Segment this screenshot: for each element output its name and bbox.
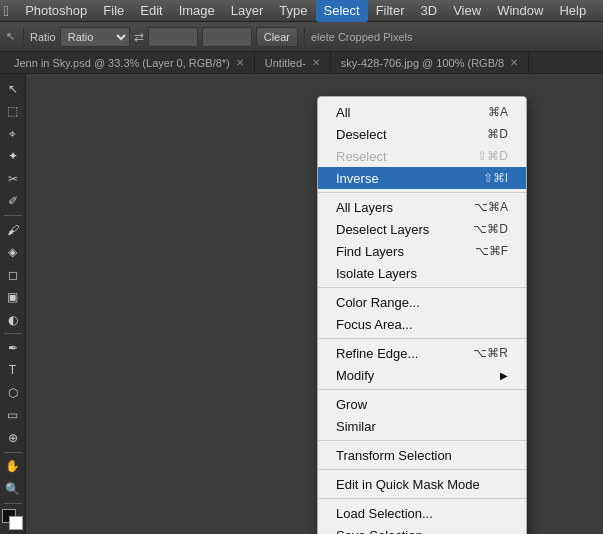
menu-item-similar-label: Similar (336, 419, 376, 434)
tool-separator-4 (4, 503, 22, 504)
height-input[interactable] (202, 27, 252, 47)
menu-item-color-range[interactable]: Color Range... (318, 291, 526, 313)
dd-separator-5 (318, 440, 526, 441)
menu-item-all-layers-shortcut: ⌥⌘A (474, 200, 508, 214)
tab-sky[interactable]: sky-428-706.jpg @ 100% (RGB/8 ✕ (331, 52, 529, 73)
ratio-select[interactable]: Ratio (60, 27, 130, 47)
dd-separator-1 (318, 192, 526, 193)
menu-window[interactable]: Window (489, 0, 551, 22)
menu-item-deselect-label: Deselect (336, 127, 387, 142)
menu-help[interactable]: Help (551, 0, 594, 22)
tab-untitled[interactable]: Untitled- ✕ (255, 52, 331, 73)
menu-image[interactable]: Image (171, 0, 223, 22)
menu-item-reselect-shortcut: ⇧⌘D (477, 149, 508, 163)
tool-quick-select[interactable]: ✦ (2, 145, 24, 166)
menu-item-refine-edge-shortcut: ⌥⌘R (473, 346, 508, 360)
menu-filter[interactable]: Filter (368, 0, 413, 22)
menu-item-grow-label: Grow (336, 397, 367, 412)
dd-separator-6 (318, 469, 526, 470)
menu-item-modify[interactable]: Modify ▶ (318, 364, 526, 386)
left-toolpanel: ↖ ⬚ ⌖ ✦ ✂ ✐ 🖌 ◈ ◻ ▣ ◐ ✒ T ⬡ ▭ ⊕ ✋ 🔍 (0, 74, 26, 534)
menu-item-find-layers[interactable]: Find Layers ⌥⌘F (318, 240, 526, 262)
tool-separator-2 (4, 333, 22, 334)
menu-item-quick-mask-label: Edit in Quick Mask Mode (336, 477, 480, 492)
menu-item-refine-edge-label: Refine Edge... (336, 346, 418, 361)
modify-arrow-icon: ▶ (500, 370, 508, 381)
menu-item-isolate-layers-label: Isolate Layers (336, 266, 417, 281)
menu-item-reselect[interactable]: Reselect ⇧⌘D (318, 145, 526, 167)
tab-sky-close[interactable]: ✕ (510, 57, 518, 68)
tool-marquee[interactable]: ⬚ (2, 100, 24, 121)
tool-dodge[interactable]: ◐ (2, 309, 24, 330)
tool-gradient[interactable]: ▣ (2, 286, 24, 307)
select-menu-dropdown: All ⌘A Deselect ⌘D Reselect ⇧⌘D Inverse … (317, 96, 527, 534)
swap-icon: ⇄ (134, 30, 144, 44)
menu-item-reselect-label: Reselect (336, 149, 387, 164)
width-input[interactable] (148, 27, 198, 47)
menu-item-deselect-layers-label: Deselect Layers (336, 222, 429, 237)
menu-item-deselect-shortcut: ⌘D (487, 127, 508, 141)
menu-item-quick-mask[interactable]: Edit in Quick Mask Mode (318, 473, 526, 495)
menu-item-deselect-layers-shortcut: ⌥⌘D (473, 222, 508, 236)
tool-eraser[interactable]: ◻ (2, 264, 24, 285)
tabs-row: Jenn in Sky.psd @ 33.3% (Layer 0, RGB/8*… (0, 52, 603, 74)
tool-3d[interactable]: ⊕ (2, 427, 24, 448)
tab-jenn-label: Jenn in Sky.psd @ 33.3% (Layer 0, RGB/8*… (14, 57, 230, 69)
tool-pen[interactable]: ✒ (2, 337, 24, 358)
tool-shape[interactable]: ▭ (2, 405, 24, 426)
tool-separator-1 (4, 215, 22, 216)
menu-item-find-layers-label: Find Layers (336, 244, 404, 259)
tool-eyedropper[interactable]: ✐ (2, 190, 24, 211)
color-swatches[interactable] (2, 509, 24, 530)
tab-jenn-close[interactable]: ✕ (236, 57, 244, 68)
menu-file[interactable]: File (95, 0, 132, 22)
menu-item-color-range-label: Color Range... (336, 295, 420, 310)
delete-cropped-label: elete Cropped Pixels (311, 31, 413, 43)
menu-3d[interactable]: 3D (413, 0, 446, 22)
menu-photoshop[interactable]: Photoshop (17, 0, 95, 22)
menu-item-all-label: All (336, 105, 350, 120)
menu-type[interactable]: Type (271, 0, 315, 22)
tool-text[interactable]: T (2, 360, 24, 381)
menu-item-focus-area-label: Focus Area... (336, 317, 413, 332)
menu-item-grow[interactable]: Grow (318, 393, 526, 415)
menu-item-focus-area[interactable]: Focus Area... (318, 313, 526, 335)
menu-item-transform-selection[interactable]: Transform Selection (318, 444, 526, 466)
menu-item-refine-edge[interactable]: Refine Edge... ⌥⌘R (318, 342, 526, 364)
menu-item-deselect-layers[interactable]: Deselect Layers ⌥⌘D (318, 218, 526, 240)
menu-item-all-layers[interactable]: All Layers ⌥⌘A (318, 196, 526, 218)
tool-crop[interactable]: ✂ (2, 168, 24, 189)
tool-move[interactable]: ↖ (2, 78, 24, 99)
menu-item-isolate-layers[interactable]: Isolate Layers (318, 262, 526, 284)
clear-button[interactable]: Clear (256, 27, 298, 47)
tool-lasso[interactable]: ⌖ (2, 123, 24, 144)
menu-bar:  Photoshop File Edit Image Layer Type S… (0, 0, 603, 22)
apple-logo:  (4, 3, 9, 19)
menu-item-inverse[interactable]: Inverse ⇧⌘I (318, 167, 526, 189)
menu-item-all-layers-label: All Layers (336, 200, 393, 215)
tab-untitled-close[interactable]: ✕ (312, 57, 320, 68)
menu-item-find-layers-shortcut: ⌥⌘F (475, 244, 508, 258)
menu-item-all[interactable]: All ⌘A (318, 101, 526, 123)
tool-separator-3 (4, 452, 22, 453)
tool-hand[interactable]: ✋ (2, 456, 24, 477)
menu-item-save-selection[interactable]: Save Selection... (318, 524, 526, 534)
tab-sky-label: sky-428-706.jpg @ 100% (RGB/8 (341, 57, 504, 69)
menu-edit[interactable]: Edit (132, 0, 170, 22)
menu-view[interactable]: View (445, 0, 489, 22)
tool-clone[interactable]: ◈ (2, 241, 24, 262)
menu-item-load-selection[interactable]: Load Selection... (318, 502, 526, 524)
tool-zoom[interactable]: 🔍 (2, 478, 24, 499)
tool-brush[interactable]: 🖌 (2, 219, 24, 240)
background-color[interactable] (9, 516, 23, 530)
toolbar-separator-1 (23, 27, 24, 47)
menu-item-load-selection-label: Load Selection... (336, 506, 433, 521)
tool-path[interactable]: ⬡ (2, 382, 24, 403)
menu-layer[interactable]: Layer (223, 0, 272, 22)
options-toolbar: ↖ Ratio Ratio ⇄ Clear elete Cropped Pixe… (0, 22, 603, 52)
menu-item-deselect[interactable]: Deselect ⌘D (318, 123, 526, 145)
dd-separator-7 (318, 498, 526, 499)
tab-jenn[interactable]: Jenn in Sky.psd @ 33.3% (Layer 0, RGB/8*… (4, 52, 255, 73)
menu-item-similar[interactable]: Similar (318, 415, 526, 437)
menu-select[interactable]: Select (316, 0, 368, 22)
